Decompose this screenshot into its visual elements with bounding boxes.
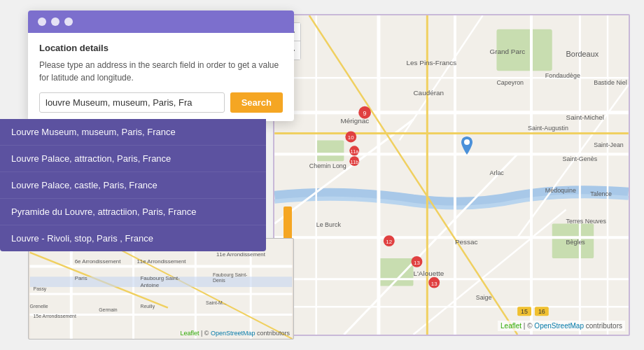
svg-text:Arlac: Arlac	[490, 169, 505, 176]
svg-text:Reuilly: Reuilly	[140, 304, 155, 309]
svg-text:Saint-M...: Saint-M...	[206, 300, 227, 305]
svg-text:Denis: Denis	[213, 278, 225, 283]
svg-text:Médoquine: Médoquine	[545, 187, 576, 194]
map-preview: 6e Arrondissement 11e Arrondissement 11e…	[28, 238, 294, 340]
svg-text:Saint-Genès: Saint-Genès	[563, 155, 598, 162]
chrome-dot-1	[38, 18, 46, 26]
search-panel: Location details Please type an address …	[28, 10, 294, 121]
svg-text:10: 10	[348, 134, 354, 141]
svg-text:Capeyron: Capeyron	[496, 79, 524, 86]
search-dropdown: Louvre Museum, museum, Paris, France Lou…	[0, 119, 266, 251]
svg-text:Bastide Niel: Bastide Niel	[594, 79, 627, 86]
svg-text:Fondaudège: Fondaudège	[545, 72, 580, 79]
svg-text:Antoine: Antoine	[140, 282, 159, 288]
dropdown-item-2[interactable]: Louvre Palace, attraction, Paris, France	[0, 146, 266, 172]
svg-line-12	[274, 120, 413, 224]
chrome-dot-3	[64, 18, 73, 26]
svg-point-64	[464, 139, 470, 145]
svg-text:Chemin Long: Chemin Long	[309, 162, 346, 169]
svg-text:L'Alouette: L'Alouette	[413, 270, 444, 277]
chrome-dot-2	[51, 18, 59, 26]
map-attribution: Leaflet | © OpenStreetMap contributors	[498, 321, 625, 331]
svg-text:15e Arrondissement: 15e Arrondissement	[34, 314, 76, 318]
svg-text:Grand Parc: Grand Parc	[490, 48, 526, 55]
svg-text:Saint-Jean: Saint-Jean	[594, 141, 624, 148]
svg-text:Les Pins-Francs: Les Pins-Francs	[407, 59, 457, 66]
dropdown-item-5[interactable]: Louvre - Rivoli, stop, Paris , France	[0, 225, 266, 251]
osm-link[interactable]: OpenStreetMap	[534, 322, 584, 330]
svg-text:Grenelle: Grenelle	[30, 304, 48, 309]
orange-tab[interactable]	[284, 206, 292, 241]
svg-text:11e Arrondissement: 11e Arrondissement	[136, 258, 186, 265]
svg-text:6e Arrondissement: 6e Arrondissement	[75, 258, 121, 265]
search-input[interactable]	[39, 92, 225, 113]
dropdown-item-4[interactable]: Pyramide du Louvre, attractiion, Paris, …	[0, 199, 266, 225]
svg-text:Talence: Talence	[590, 190, 612, 197]
svg-text:15: 15	[521, 308, 528, 315]
svg-text:Faubourg Saint-: Faubourg Saint-	[140, 275, 180, 281]
panel-description: Please type an address in the search fie…	[39, 59, 283, 84]
svg-text:Caudéran: Caudéran	[413, 89, 444, 97]
panel-chrome	[28, 10, 294, 33]
svg-text:16: 16	[538, 308, 545, 315]
svg-text:Germain: Germain	[99, 307, 118, 312]
search-button[interactable]: Search	[230, 92, 283, 113]
svg-text:11a: 11a	[350, 149, 358, 154]
svg-text:9: 9	[363, 110, 367, 117]
svg-text:Saige: Saige	[476, 294, 492, 301]
svg-text:Bègles: Bègles	[566, 239, 586, 246]
search-row: Search	[39, 92, 283, 113]
svg-text:Saint-Michel: Saint-Michel	[566, 113, 605, 121]
svg-text:Bordeaux: Bordeaux	[566, 50, 599, 58]
svg-text:11e Arrondissement: 11e Arrondissement	[216, 251, 266, 258]
svg-text:Paris: Paris	[75, 275, 88, 281]
svg-rect-1	[316, 140, 344, 161]
svg-text:Pessac: Pessac	[455, 238, 478, 246]
leaflet-link[interactable]: Leaflet	[500, 322, 522, 330]
main-map[interactable]: Bordeaux Grand Parc Les Pins-Francs Fond…	[273, 14, 630, 336]
svg-text:13: 13	[414, 260, 420, 266]
map-preview-attribution: Leaflet | © OpenStreetMap contributors	[180, 330, 290, 337]
panel-body: Location details Please type an address …	[28, 33, 294, 121]
svg-text:11b: 11b	[350, 160, 358, 164]
dropdown-item-3[interactable]: Louvre Palace, castle, Paris, France	[0, 172, 266, 199]
svg-text:Faubourg Saint-: Faubourg Saint-	[213, 272, 247, 278]
svg-text:Le Burck: Le Burck	[316, 221, 342, 228]
panel-title: Location details	[39, 43, 283, 53]
map-pin	[458, 136, 475, 162]
svg-text:12: 12	[386, 239, 392, 245]
svg-text:Terres Neuves: Terres Neuves	[566, 218, 607, 225]
svg-text:Saint-Augustin: Saint-Augustin	[528, 125, 568, 132]
dropdown-item-1[interactable]: Louvre Museum, museum, Paris, France	[0, 119, 266, 146]
svg-text:13: 13	[431, 281, 438, 287]
svg-text:Passy: Passy	[34, 286, 47, 292]
